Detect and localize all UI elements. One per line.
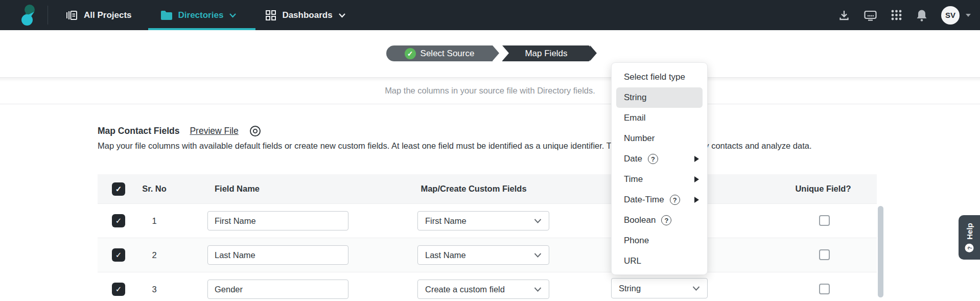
unique-field-checkbox[interactable] xyxy=(819,249,830,260)
table-row: ✓ 2 Last Name xyxy=(98,238,877,272)
row-checkbox[interactable]: ✓ xyxy=(112,248,125,262)
avatar[interactable]: SV xyxy=(941,6,960,25)
menu-item-label: Phone xyxy=(624,236,649,246)
projects-icon xyxy=(65,9,78,21)
table-scrollbar-thumb[interactable] xyxy=(878,206,883,297)
nav-item-all-projects[interactable]: All Projects xyxy=(65,9,132,21)
row-sr-no: 3 xyxy=(131,272,177,301)
avatar-caret-icon[interactable] xyxy=(966,14,971,17)
row-checkbox[interactable]: ✓ xyxy=(112,283,125,296)
table-row: ✓ 3 Create a custom field String xyxy=(98,272,877,301)
chevron-down-icon xyxy=(534,253,542,258)
menu-item-label: URL xyxy=(624,256,641,266)
help-hint-icon[interactable]: ? xyxy=(670,195,680,205)
nav-item-dashboards[interactable]: Dashboards xyxy=(265,10,345,21)
row-sr-no: 1 xyxy=(131,204,177,238)
nav-item-label: Dashboards xyxy=(282,10,332,20)
menu-item-phone[interactable]: Phone xyxy=(612,230,707,251)
select-value: String xyxy=(619,284,641,293)
menu-item-label: Number xyxy=(624,133,655,144)
step-label: Select Source xyxy=(421,49,475,59)
field-type-menu: Select field type String Email Number Da… xyxy=(611,62,708,275)
menu-item-email[interactable]: Email xyxy=(612,108,707,128)
submenu-arrow-icon xyxy=(694,176,699,182)
menu-item-label: Email xyxy=(624,113,646,123)
unique-field-checkbox[interactable] xyxy=(819,215,830,226)
menu-item-boolean[interactable]: Boolean ? xyxy=(612,210,707,230)
chevron-down-icon xyxy=(534,287,542,292)
step-label: Map Fields xyxy=(525,49,567,59)
menu-item-date-time[interactable]: Date-Time ? xyxy=(612,190,707,210)
section-heading-row: Map Contact Fields Preview File xyxy=(98,125,262,137)
menu-item-time[interactable]: Time xyxy=(612,169,707,190)
menu-title: Select field type xyxy=(612,67,707,87)
menu-item-url[interactable]: URL xyxy=(612,251,707,271)
step-select-source[interactable]: ✓ Select Source xyxy=(386,45,493,61)
chevron-down-icon xyxy=(534,219,542,223)
map-create-select[interactable]: Last Name xyxy=(417,245,549,265)
help-hint-icon[interactable]: ? xyxy=(661,215,671,225)
submenu-arrow-icon xyxy=(694,156,699,162)
menu-item-label: Date xyxy=(624,154,642,164)
table-row: ✓ 1 First Name xyxy=(98,203,877,238)
select-all-checkbox[interactable]: ✓ xyxy=(112,182,125,196)
top-navbar: All Projects Directories Dashboards xyxy=(0,0,980,30)
field-name-input[interactable] xyxy=(207,211,348,230)
submenu-arrow-icon xyxy=(694,197,699,203)
row-sr-no: 2 xyxy=(131,238,177,272)
import-stepper: ✓ Select Source Map Fields xyxy=(386,45,590,61)
header-sr-no: Sr. No xyxy=(131,174,177,203)
menu-item-date[interactable]: Date ? xyxy=(612,149,707,169)
apps-grid-icon[interactable] xyxy=(891,9,902,21)
preview-file-link[interactable]: Preview File xyxy=(190,126,238,136)
row-checkbox[interactable]: ✓ xyxy=(112,214,125,227)
subheader-bottom-divider xyxy=(0,104,980,104)
field-name-input[interactable] xyxy=(207,245,348,265)
active-tab-underline xyxy=(148,28,255,30)
header-field-name: Field Name xyxy=(215,174,260,203)
help-tab-label: Help xyxy=(965,223,974,240)
chevron-down-icon xyxy=(229,13,237,18)
app-logo-icon[interactable] xyxy=(17,4,41,27)
download-icon[interactable] xyxy=(838,9,850,21)
menu-item-label: Boolean xyxy=(624,215,656,225)
field-type-select[interactable]: String xyxy=(611,278,708,298)
nav-item-label: All Projects xyxy=(84,10,132,20)
notifications-bell-icon[interactable] xyxy=(916,9,928,22)
help-tab[interactable]: ? Help xyxy=(959,215,980,260)
menu-item-number[interactable]: Number xyxy=(612,128,707,149)
dashboard-grid-icon xyxy=(265,10,276,21)
preview-eye-icon[interactable] xyxy=(249,125,262,137)
field-name-input[interactable] xyxy=(207,280,348,299)
select-value: Last Name xyxy=(425,250,466,260)
map-create-select[interactable]: First Name xyxy=(417,211,549,230)
header-unique-field: Unique Field? xyxy=(782,174,864,203)
help-question-icon: ? xyxy=(965,243,974,252)
step-map-fields[interactable]: Map Fields xyxy=(502,45,590,61)
map-create-select[interactable]: Create a custom field xyxy=(417,280,549,299)
header-map-create: Map/Create Custom Fields xyxy=(402,174,545,203)
menu-item-label: Time xyxy=(624,174,643,184)
menu-item-string[interactable]: String xyxy=(616,87,703,108)
help-hint-icon[interactable]: ? xyxy=(648,154,658,164)
chevron-down-icon xyxy=(338,13,346,18)
chevron-down-icon xyxy=(692,286,700,291)
navbar-actions: SV xyxy=(838,0,971,30)
map-fields-table: ✓ Sr. No Field Name Map/Create Custom Fi… xyxy=(98,174,877,301)
table-header-row: ✓ Sr. No Field Name Map/Create Custom Fi… xyxy=(98,174,877,203)
subheader-shadow xyxy=(0,78,980,82)
avatar-initials: SV xyxy=(945,11,955,19)
navbar-menu: All Projects Directories Dashboards xyxy=(65,0,346,30)
screen-keyboard-icon[interactable] xyxy=(864,9,877,21)
step-completed-check-icon: ✓ xyxy=(405,48,416,59)
page: All Projects Directories Dashboards xyxy=(0,0,980,301)
nav-item-label: Directories xyxy=(178,10,224,20)
nav-item-directories[interactable]: Directories xyxy=(160,10,237,20)
unique-field-checkbox[interactable] xyxy=(819,284,830,294)
navbar-divider xyxy=(48,6,48,25)
folder-icon xyxy=(160,10,173,20)
subheader-text: Map the columns in your source file with… xyxy=(0,86,980,96)
menu-item-label: String xyxy=(624,92,646,103)
page-title: Map Contact Fields xyxy=(98,126,179,136)
menu-item-label: Date-Time xyxy=(624,195,664,205)
